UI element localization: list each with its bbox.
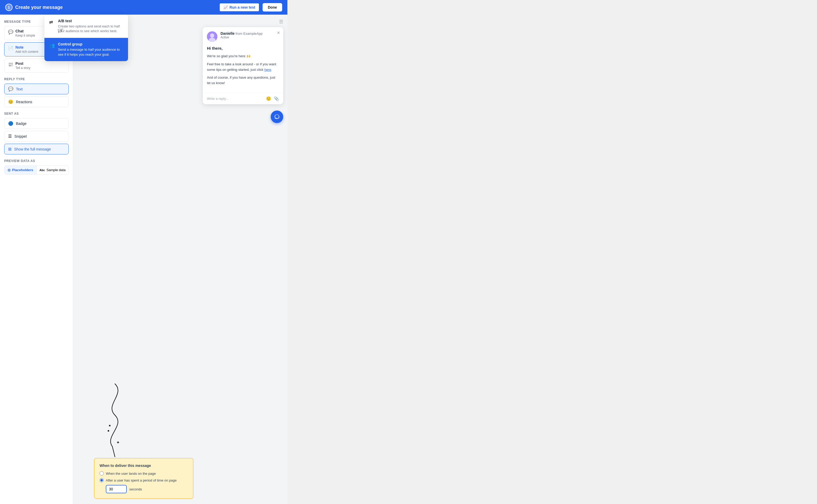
abc-icon: Abc: [39, 169, 45, 172]
svg-point-4: [210, 33, 214, 38]
chat-widget: Danielle from ExampleApp Active ✕ Hi the…: [203, 27, 283, 104]
sent-as-badge[interactable]: 🔵 Badge: [4, 118, 69, 129]
chat-fab-icon: [274, 114, 280, 120]
post-subtitle: Tell a story: [15, 66, 30, 70]
control-group-title: Control group: [58, 42, 123, 46]
on-page-load-radio[interactable]: [100, 471, 104, 476]
preview-toggle: ◎ Placeholders Abc Sample data: [4, 165, 69, 175]
chat-icon: 💬: [8, 30, 13, 34]
dropdown-control-group[interactable]: 👥 Control group Send a message to half y…: [44, 38, 128, 61]
emoji-icon[interactable]: 🙂: [266, 96, 271, 101]
chat-body: Hi there, We're so glad you're here 🙌 Fe…: [203, 46, 283, 93]
dropdown-menu: ⇌ A/B test Create two options and send e…: [44, 15, 128, 61]
on-page-load-option[interactable]: When the user lands on the page: [100, 471, 188, 476]
page-title: Create your message: [15, 5, 63, 10]
reply-placeholder[interactable]: Write a reply...: [207, 97, 229, 101]
menu-icon: ☰: [279, 19, 283, 25]
run-test-button[interactable]: 📈 Run a new test: [219, 3, 259, 12]
svg-text:✦: ✦: [116, 440, 120, 445]
sidebar: Message type 💬 Chat Keep it simple 📄 Not…: [0, 15, 73, 504]
text-reply-icon: 💬: [8, 86, 13, 91]
chat-header: Danielle from ExampleApp Active ✕: [203, 27, 283, 46]
avatar: [207, 31, 217, 42]
right-panel: ☰ Danielle from ExampleApp: [199, 15, 287, 504]
reactions-label: Reactions: [16, 100, 32, 104]
done-button[interactable]: Done: [263, 3, 282, 11]
step-badge: 1: [5, 4, 13, 11]
sent-as-label: Sent as: [4, 112, 69, 115]
seconds-row: seconds: [106, 485, 188, 493]
post-icon: 📰: [8, 62, 13, 67]
ab-test-desc: Create two options and send each to half…: [58, 24, 123, 33]
control-group-icon: 👥: [49, 43, 55, 48]
sent-as-full-message[interactable]: ⊞ Show the full message: [4, 144, 69, 154]
sample-data-toggle[interactable]: Abc Sample data: [37, 166, 68, 174]
main-content: Message type 💬 Chat Keep it simple 📄 Not…: [0, 15, 287, 504]
reply-type-text[interactable]: 💬 Text: [4, 84, 69, 94]
chat-footer: Write a reply... 🙂 📎: [203, 93, 283, 104]
svg-point-1: [108, 430, 109, 432]
close-icon[interactable]: ✕: [277, 30, 280, 35]
app-header: 1 Create your message 📈 Run a new test D…: [0, 0, 287, 15]
ab-test-title: A/B test: [58, 19, 123, 23]
chat-fab-button[interactable]: [271, 111, 283, 123]
note-title: Note: [15, 45, 38, 49]
seconds-label: seconds: [129, 487, 142, 491]
reply-type-reactions[interactable]: 😊 Reactions: [4, 96, 69, 107]
preview-label: Preview data as: [4, 159, 69, 163]
attachment-icon[interactable]: 📎: [274, 96, 279, 101]
svg-point-0: [109, 425, 111, 426]
full-message-icon: ⊞: [8, 147, 11, 152]
reply-type-label: Reply type: [4, 77, 69, 81]
chat-link[interactable]: here: [264, 68, 271, 72]
sender-name: Danielle from ExampleApp: [221, 31, 263, 36]
chat-title: Chat: [15, 29, 35, 33]
chat-message-1: We're so glad you're here 🙌: [207, 54, 279, 59]
snippet-label: Snippet: [14, 134, 27, 138]
header-left: 1 Create your message: [5, 4, 63, 11]
placeholders-toggle[interactable]: ◎ Placeholders: [4, 166, 36, 174]
sent-as-snippet[interactable]: ☰ Snippet: [4, 131, 69, 142]
deliver-title: When to deliver this message: [100, 464, 188, 468]
post-title: Post: [15, 61, 30, 66]
deliver-panel: When to deliver this message When the us…: [94, 458, 193, 499]
chart-icon: 📈: [223, 5, 228, 9]
toolbar: ☰: [203, 19, 283, 25]
note-icon: 📄: [8, 46, 13, 50]
chat-greeting: Hi there,: [207, 46, 279, 50]
drawing-area: ✦: [73, 15, 199, 504]
badge-icon: 🔵: [8, 121, 13, 126]
chat-subtitle: Keep it simple: [15, 34, 35, 37]
after-time-radio[interactable]: [100, 478, 104, 482]
sender-status: Active: [221, 36, 263, 39]
chat-message-2: Feel free to take a look around - or if …: [207, 62, 279, 73]
reactions-icon: 😊: [8, 99, 13, 104]
full-message-label: Show the full message: [14, 147, 51, 151]
center-panel: ✦ When to deliver this message When the …: [73, 15, 199, 504]
note-subtitle: Add rich content: [15, 50, 38, 54]
control-group-desc: Send a message to half your audience to …: [58, 47, 123, 57]
snippet-icon: ☰: [8, 134, 12, 139]
chat-message-3: And of course, if you have any questions…: [207, 75, 279, 86]
squiggle-decoration: ✦: [89, 379, 141, 457]
sender-app: from ExampleApp: [236, 32, 263, 36]
text-reply-label: Text: [16, 87, 23, 91]
ab-test-icon: ⇌: [49, 19, 55, 25]
badge-label: Badge: [16, 121, 26, 126]
dropdown-ab-test[interactable]: ⇌ A/B test Create two options and send e…: [44, 15, 128, 38]
after-time-option[interactable]: After a user has spent a period of time …: [100, 478, 188, 482]
chat-action-icons: 🙂 📎: [266, 96, 279, 101]
placeholder-icon: ◎: [8, 168, 10, 172]
seconds-input[interactable]: [106, 485, 127, 493]
